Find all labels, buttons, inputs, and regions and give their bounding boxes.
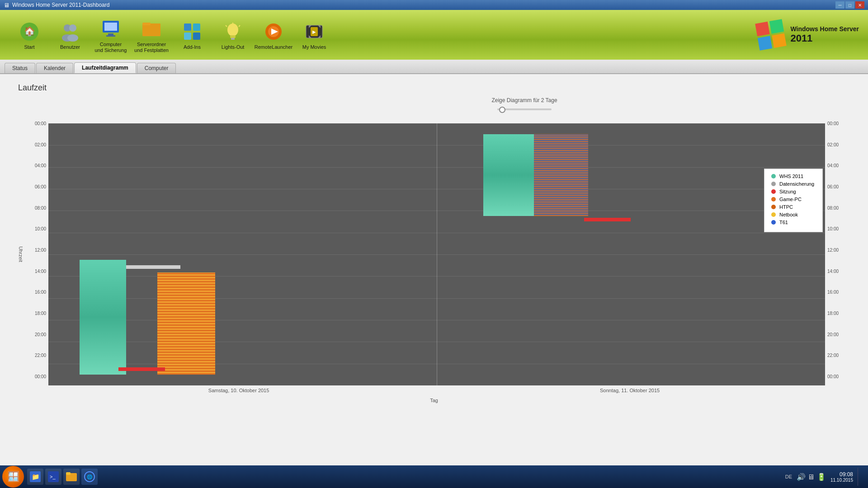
tab-laufzeit[interactable]: Laufzeitdiagramm bbox=[74, 62, 136, 73]
data-bar bbox=[80, 260, 126, 375]
svg-rect-36 bbox=[758, 36, 772, 50]
y-tick-left: 12:00 bbox=[35, 248, 46, 253]
window-controls: ─ □ ✕ bbox=[835, 1, 864, 9]
main-content: Laufzeit Zeige Diagramm für 2 Tage Uhrze… bbox=[0, 74, 868, 465]
y-tick-left: 22:00 bbox=[35, 353, 46, 358]
svg-point-17 bbox=[227, 23, 238, 36]
legend-item: Datensicherung bbox=[771, 181, 816, 187]
taskbar-explorer[interactable]: 📁 bbox=[27, 469, 43, 485]
y-axis-left: 00:0002:0004:0006:0008:0010:0012:0014:00… bbox=[26, 123, 48, 385]
y-tick-right: 00:00 bbox=[827, 121, 839, 126]
computer-label: Computer und Sicherung bbox=[95, 42, 127, 53]
y-tick-right: 18:00 bbox=[827, 311, 839, 316]
y-tick-left: 02:00 bbox=[35, 142, 46, 147]
toolbar-serverordner[interactable]: Serverordner und Festplatten bbox=[131, 14, 172, 55]
taskbar-browser[interactable]: 🌐 bbox=[81, 469, 98, 485]
chart-plot bbox=[48, 123, 825, 385]
benutzer-icon bbox=[59, 21, 81, 42]
legend-color bbox=[771, 205, 776, 209]
legend-color bbox=[771, 197, 776, 202]
whs-logo-text: Windows Home Server bbox=[790, 25, 859, 33]
toolbar: 🏠 Start Benutzer Computer und Sicherung bbox=[0, 10, 868, 60]
legend-item: T61 bbox=[771, 220, 816, 225]
tab-status[interactable]: Status bbox=[5, 63, 35, 73]
y-tick-left: 00:00 bbox=[35, 374, 46, 379]
legend-item: HTPC bbox=[771, 204, 816, 210]
whs-logo-year: 2011 bbox=[790, 33, 859, 44]
taskbar-cmd[interactable]: >_ bbox=[45, 469, 61, 485]
benutzer-label: Benutzer bbox=[60, 44, 80, 50]
toolbar-computer[interactable]: Computer und Sicherung bbox=[90, 14, 131, 55]
toolbar-benutzer[interactable]: Benutzer bbox=[50, 14, 90, 55]
y-tick-left: 10:00 bbox=[35, 226, 46, 231]
y-tick-right: 20:00 bbox=[827, 332, 839, 337]
slider-thumb[interactable] bbox=[499, 107, 505, 113]
serverordner-label: Serverordner und Festplatten bbox=[134, 42, 169, 53]
toolbar-mymovies[interactable]: ▶ My Movies bbox=[294, 14, 335, 55]
svg-line-21 bbox=[239, 25, 240, 27]
slider-area: Zeige Diagramm für 2 Tage bbox=[199, 97, 850, 114]
y-tick-right: 10:00 bbox=[827, 226, 839, 231]
legend-item: Netbook bbox=[771, 212, 816, 217]
taskbar-folder[interactable] bbox=[63, 469, 80, 485]
title-text: Windows Home Server 2011-Dashboard bbox=[12, 2, 109, 8]
legend-label: Sitzung bbox=[779, 189, 796, 194]
clock: 09:08 11.10.2015 bbox=[830, 471, 853, 483]
svg-rect-7 bbox=[104, 23, 117, 31]
y-tick-left: 08:00 bbox=[35, 205, 46, 210]
data-bar bbox=[584, 218, 631, 221]
y-tick-right: 02:00 bbox=[827, 142, 839, 147]
minimize-button[interactable]: ─ bbox=[835, 1, 844, 9]
tab-computer[interactable]: Computer bbox=[137, 63, 176, 73]
computer-icon bbox=[100, 18, 122, 40]
y-tick-right: 08:00 bbox=[827, 205, 839, 210]
y-tick-left: 04:00 bbox=[35, 163, 46, 168]
toolbar-addins[interactable]: Add-Ins bbox=[172, 14, 212, 55]
y-tick-right: 04:00 bbox=[827, 163, 839, 168]
legend-item: Sitzung bbox=[771, 189, 816, 194]
y-tick-right: 00:00 bbox=[827, 374, 839, 379]
svg-rect-8 bbox=[108, 33, 113, 35]
y-tick-right: 16:00 bbox=[827, 290, 839, 295]
show-desktop[interactable] bbox=[858, 468, 861, 486]
y-tick-right: 22:00 bbox=[827, 353, 839, 358]
y-tick-right: 06:00 bbox=[827, 184, 839, 189]
svg-text:▶: ▶ bbox=[312, 29, 316, 34]
data-bar bbox=[534, 134, 588, 216]
titlebar: 🖥 Windows Home Server 2011-Dashboard ─ □… bbox=[0, 0, 868, 10]
data-bar bbox=[126, 265, 180, 269]
x-axis: Samstag, 10. Oktober 2015 Sonntag, 11. O… bbox=[18, 385, 850, 395]
svg-point-5 bbox=[67, 34, 78, 42]
mymovies-icon: ▶ bbox=[303, 21, 325, 42]
svg-text:🌐: 🌐 bbox=[87, 474, 93, 480]
toolbar-remotelauncher[interactable]: RemoteLauncher bbox=[253, 14, 294, 55]
svg-text:>_: >_ bbox=[50, 474, 56, 479]
close-button[interactable]: ✕ bbox=[855, 1, 864, 9]
svg-rect-9 bbox=[106, 35, 115, 37]
title-icon: 🖥 bbox=[4, 2, 9, 9]
svg-point-3 bbox=[69, 24, 76, 32]
y-tick-left: 00:00 bbox=[35, 121, 46, 126]
day1-label: Samstag, 10. Oktober 2015 bbox=[208, 388, 269, 393]
clock-time: 09:08 bbox=[830, 471, 853, 478]
toolbar-lightsout[interactable]: Lights-Out bbox=[212, 14, 253, 55]
y-tick-right: 14:00 bbox=[827, 268, 839, 273]
svg-rect-19 bbox=[231, 38, 235, 40]
legend-label: WHS 2011 bbox=[779, 174, 803, 179]
toolbar-start[interactable]: 🏠 Start bbox=[9, 14, 50, 55]
maximize-button[interactable]: □ bbox=[845, 1, 854, 9]
y-axis-label: Uhrzeit bbox=[18, 123, 24, 385]
svg-rect-43 bbox=[66, 472, 71, 475]
legend-label: Netbook bbox=[779, 212, 798, 217]
start-orb[interactable]: 🪟 bbox=[2, 466, 24, 488]
svg-rect-34 bbox=[755, 22, 770, 36]
legend-item: WHS 2011 bbox=[771, 174, 816, 179]
chart-container: Uhrzeit 00:0002:0004:0006:0008:0010:0012… bbox=[18, 123, 850, 385]
legend-label: HTPC bbox=[779, 204, 793, 210]
y-tick-right: 12:00 bbox=[827, 248, 839, 253]
remotelauncher-icon bbox=[263, 21, 284, 42]
legend-color bbox=[771, 212, 776, 217]
tab-kalender[interactable]: Kalender bbox=[36, 63, 73, 73]
addins-icon bbox=[181, 21, 203, 42]
svg-rect-15 bbox=[184, 33, 191, 40]
